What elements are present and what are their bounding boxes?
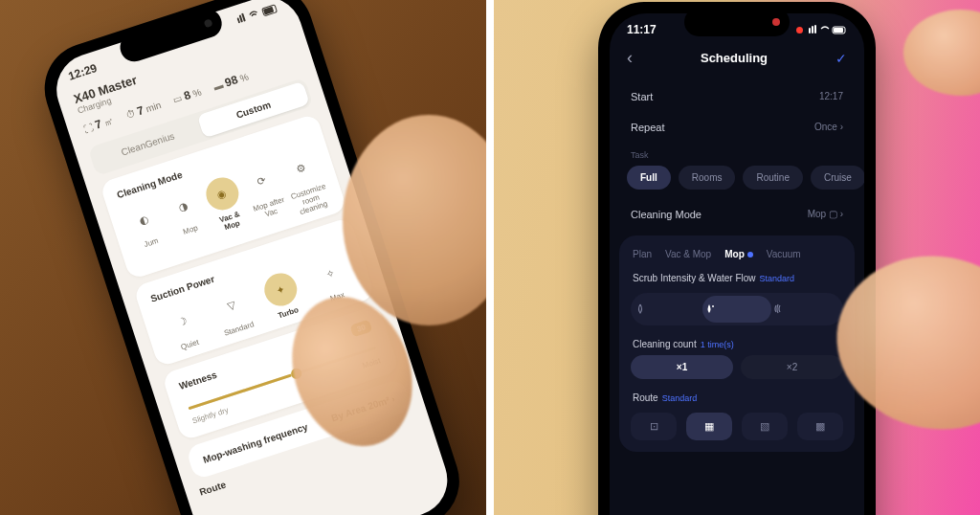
confirm-button[interactable]: ✓ [835, 51, 847, 66]
vacmop-icon: ◉ [202, 173, 243, 214]
mopafter-icon: ⟳ [241, 161, 282, 202]
finger-overlay-2 [903, 10, 980, 96]
scrub-low[interactable] [634, 296, 702, 323]
plan-panel: Plan Vac & Mop Mop Vacuum Scrub Intensit… [619, 235, 855, 452]
plan-tab-vacmop[interactable]: Vac & Mop [665, 249, 711, 259]
start-row[interactable]: Start12:17 [627, 81, 847, 112]
standard-icon: ▽ [211, 285, 252, 326]
task-cruise[interactable]: Cruise [811, 166, 864, 190]
mop-icon: ◑ [163, 186, 204, 227]
task-full[interactable]: Full [627, 166, 671, 190]
task-rooms[interactable]: Rooms [679, 166, 736, 190]
count-x2[interactable]: ×2 [741, 355, 843, 379]
route-grid-icon[interactable]: ▩ [797, 413, 843, 440]
plan-tab-plan[interactable]: Plan [633, 249, 652, 259]
svg-rect-6 [812, 26, 813, 34]
plan-tab-vacuum[interactable]: Vacuum [767, 249, 801, 259]
stat-batt: ▭ 8 % [171, 84, 203, 107]
max-icon: ✧ [309, 253, 350, 294]
route-label: RouteStandard [631, 389, 843, 407]
svg-rect-0 [236, 17, 240, 23]
stat-time: ⏱ 7 min [123, 98, 163, 123]
svg-point-10 [712, 305, 714, 307]
turbo-icon: ✦ [260, 269, 301, 310]
scrub-label: Scrub Intensity & Water FlowStandard [631, 269, 843, 287]
jum-icon: ◐ [123, 199, 165, 240]
route-deep-icon[interactable]: ▧ [742, 413, 788, 440]
route-standard-icon[interactable]: ▦ [686, 413, 732, 440]
repeat-row[interactable]: RepeatOnce › [627, 112, 847, 143]
stat-batt2: ▬ 98 % [212, 69, 251, 94]
svg-rect-7 [814, 25, 816, 34]
stat-area: ⛶ 7 ㎡ [81, 113, 115, 136]
task-section-label: Task [627, 143, 847, 162]
opt-turbo[interactable]: ✦Turbo [254, 267, 311, 325]
opt-quiet[interactable]: ☽Quiet [155, 299, 212, 356]
cleaning-count-label: Cleaning count1 time(s) [631, 335, 843, 353]
customize-icon: ⚙ [280, 147, 322, 189]
route-fast-icon[interactable]: ⊡ [631, 413, 677, 440]
svg-rect-9 [834, 28, 843, 33]
plan-tab-mop[interactable]: Mop [724, 249, 753, 259]
page-title: Scheduling [701, 51, 768, 65]
opt-standard[interactable]: ▽Standard [205, 283, 262, 341]
quiet-icon: ☽ [162, 301, 203, 342]
recording-icon [796, 27, 803, 34]
status-time: 11:17 [627, 23, 657, 36]
cleaning-mode-row[interactable]: Cleaning ModeMop ▢ › [627, 199, 847, 230]
back-button[interactable]: ‹ [627, 48, 633, 68]
scrub-high[interactable] [771, 296, 840, 323]
svg-rect-5 [809, 28, 811, 34]
count-x1[interactable]: ×1 [631, 355, 733, 379]
status-icons [796, 23, 847, 36]
scrub-standard[interactable] [702, 296, 771, 323]
wetness-label-dry: Slightly dry [191, 406, 230, 426]
scrub-segmented[interactable] [631, 293, 843, 325]
task-routine[interactable]: Routine [743, 166, 802, 190]
